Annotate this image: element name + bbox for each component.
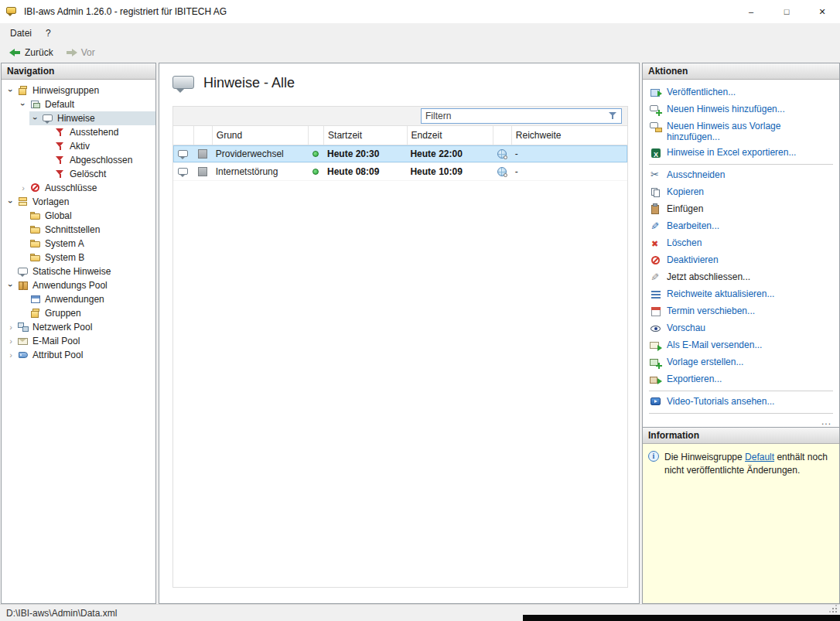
chevron-right-icon[interactable]: › xyxy=(17,182,29,194)
tree-item-e-mail-pool[interactable]: ›E-Mail Pool xyxy=(2,334,155,348)
tree-item-ausschlüsse[interactable]: ›Ausschlüsse xyxy=(2,181,155,195)
add-note-icon xyxy=(650,104,662,116)
tree-item-gruppen[interactable]: Gruppen xyxy=(2,306,155,320)
action-veröffentlichen[interactable]: Veröffentlichen... xyxy=(643,84,839,101)
chevron-down-icon[interactable]: › xyxy=(5,84,17,97)
tree-item-global[interactable]: Global xyxy=(2,209,155,223)
tree-item-default[interactable]: ›Default xyxy=(2,97,155,111)
actions-list: Veröffentlichen...Neuen Hinweis hinzufüg… xyxy=(643,80,839,416)
column-header-startzeit[interactable]: Startzeit xyxy=(323,126,406,145)
column-header-reichweite[interactable]: Reichweite xyxy=(511,126,627,145)
action-label: Einfügen xyxy=(667,203,703,214)
action-als-e-mail-versenden[interactable]: Als E-Mail versenden... xyxy=(643,337,839,354)
back-button[interactable]: Zurück xyxy=(3,46,60,60)
tree-item-aktiv[interactable]: Aktiv xyxy=(2,139,155,153)
folder-icon xyxy=(29,251,42,264)
chevron-right-icon[interactable]: › xyxy=(5,321,17,333)
forward-button[interactable]: Vor xyxy=(60,46,101,60)
menu-datei[interactable]: Datei xyxy=(3,26,39,41)
tree-item-attribut-pool[interactable]: ›Attribut Pool xyxy=(2,348,155,362)
paste-icon xyxy=(650,203,662,216)
information-body: Die Hinweisgruppe Default enthält noch n… xyxy=(643,444,839,603)
calendar-icon xyxy=(650,305,662,318)
tree-item-inner: Gelöscht xyxy=(42,167,155,181)
tree-item-inner: Aktiv xyxy=(42,139,155,153)
action-reichweite-aktualisieren[interactable]: Reichweite aktualisieren... xyxy=(643,286,839,303)
action-hinweise-in-excel-exportieren[interactable]: Hinweise in Excel exportieren... xyxy=(643,145,839,162)
maximize-button[interactable]: □ xyxy=(769,0,804,23)
chevron-right-icon[interactable]: › xyxy=(5,349,17,361)
filter-input[interactable] xyxy=(422,111,608,121)
action-jetzt-abschliessen[interactable]: Jetzt abschliessen... xyxy=(643,269,839,286)
column-header-icon-1[interactable] xyxy=(193,126,212,145)
folder-icon xyxy=(29,210,42,222)
action-label: Hinweise in Excel exportieren... xyxy=(667,147,796,158)
action-termin-verschieben[interactable]: Termin verschieben... xyxy=(643,303,839,320)
action-bearbeiten[interactable]: Bearbeiten... xyxy=(643,218,839,235)
tree-item-ausstehend[interactable]: Ausstehend xyxy=(2,125,155,139)
navigation-panel-header: Navigation xyxy=(2,63,155,80)
action-ausschneiden[interactable]: Ausschneiden xyxy=(643,167,839,184)
action-label: Löschen xyxy=(667,237,702,248)
action-exportieren[interactable]: Exportieren... xyxy=(643,371,839,388)
tree-item-label: Hinweise xyxy=(57,113,100,124)
action-neuen-hinweis-hinzufügen[interactable]: Neuen Hinweis hinzufügen... xyxy=(643,101,839,118)
column-header-grund[interactable]: Grund xyxy=(212,126,308,145)
close-button[interactable]: ✕ xyxy=(804,0,840,23)
resize-grip-icon[interactable] xyxy=(828,604,838,613)
column-header-endzeit[interactable]: Endzeit xyxy=(407,126,493,145)
tree-item-label: Abgeschlossen xyxy=(70,155,137,165)
tree-item-netzwerk-pool[interactable]: ›Netzwerk Pool xyxy=(2,320,155,334)
tree-item-inner: ›Ausschlüsse xyxy=(17,181,155,195)
cell-grund: Internetstörung xyxy=(212,163,308,180)
tree-item-vorlagen[interactable]: ›Vorlagen xyxy=(2,195,155,209)
folder-icon xyxy=(29,223,42,236)
tree-item-system-a[interactable]: System A xyxy=(2,237,155,251)
tree-item-inner: Ausstehend xyxy=(42,125,155,139)
tree-item-anwendungen[interactable]: Anwendungen xyxy=(2,292,155,306)
filter-funnel-icon[interactable] xyxy=(608,111,619,121)
default-group-link[interactable]: Default xyxy=(745,452,774,462)
tree-item-statische-hinweise[interactable]: Statische Hinweise xyxy=(2,264,155,278)
action-label: Als E-Mail versenden... xyxy=(667,340,762,350)
chevron-down-icon[interactable]: › xyxy=(5,279,17,292)
forward-button-label: Vor xyxy=(81,47,95,58)
chevron-right-icon[interactable]: › xyxy=(5,335,17,347)
chevron-down-icon[interactable]: › xyxy=(17,98,29,111)
tree-item-hinweise[interactable]: ›Hinweise xyxy=(2,111,155,125)
tree-item-schnittstellen[interactable]: Schnittstellen xyxy=(2,223,155,237)
publish-icon xyxy=(650,87,662,99)
action-einfügen[interactable]: Einfügen xyxy=(643,201,839,218)
column-header-icon-3[interactable] xyxy=(308,126,323,145)
menu-help[interactable]: ? xyxy=(39,26,58,41)
gray-square-icon xyxy=(196,165,209,178)
tree-item-system-b[interactable]: System B xyxy=(2,251,155,264)
column-header-icon-0[interactable] xyxy=(173,126,193,145)
tree-item-hinweisgruppen[interactable]: ›Hinweisgruppen xyxy=(2,84,155,97)
minimize-button[interactable]: – xyxy=(733,0,769,23)
tag-icon xyxy=(17,349,29,361)
chevron-down-icon[interactable]: › xyxy=(29,112,42,125)
action-vorschau[interactable]: Vorschau xyxy=(643,320,839,337)
globe-clock-icon xyxy=(496,148,508,160)
tree-item-label: System A xyxy=(45,238,89,249)
table-row-internetstörung[interactable]: InternetstörungHeute 08:09Heute 10:09- xyxy=(173,163,627,181)
column-header-icon-6[interactable] xyxy=(493,126,511,145)
action-deaktivieren[interactable]: Deaktivieren xyxy=(643,252,839,269)
action-löschen[interactable]: Löschen xyxy=(643,235,839,252)
chevron-down-icon[interactable]: › xyxy=(5,196,17,208)
cut-icon xyxy=(650,169,662,182)
tree-item-gelöscht[interactable]: Gelöscht xyxy=(2,167,155,181)
table-body: ProviderwechselHeute 20:30Heute 22:00-In… xyxy=(173,145,627,587)
table-row-providerwechsel[interactable]: ProviderwechselHeute 20:30Heute 22:00- xyxy=(173,145,627,163)
right-column: Aktionen Veröffentlichen...Neuen Hinweis… xyxy=(642,63,840,604)
action-video-tutorials-ansehen[interactable]: Video-Tutorials ansehen... xyxy=(643,394,839,411)
tree-item-inner: ›Hinweisgruppen xyxy=(5,84,155,97)
tree-item-anwendungs-pool[interactable]: ›Anwendungs Pool xyxy=(2,278,155,292)
titlebar: IBI-aws Admin 1.26.0 - registriert für I… xyxy=(0,0,840,23)
action-neuen-hinweis-aus-vorlage-hinzufügen[interactable]: Neuen Hinweis aus Vorlage hinzufügen... xyxy=(643,118,839,145)
action-kopieren[interactable]: Kopieren xyxy=(643,184,839,201)
table-header-row: GrundStartzeitEndzeitReichweite xyxy=(173,126,627,145)
tree-item-abgeschlossen[interactable]: Abgeschlossen xyxy=(2,153,155,167)
action-vorlage-erstellen[interactable]: Vorlage erstellen... xyxy=(643,354,839,371)
